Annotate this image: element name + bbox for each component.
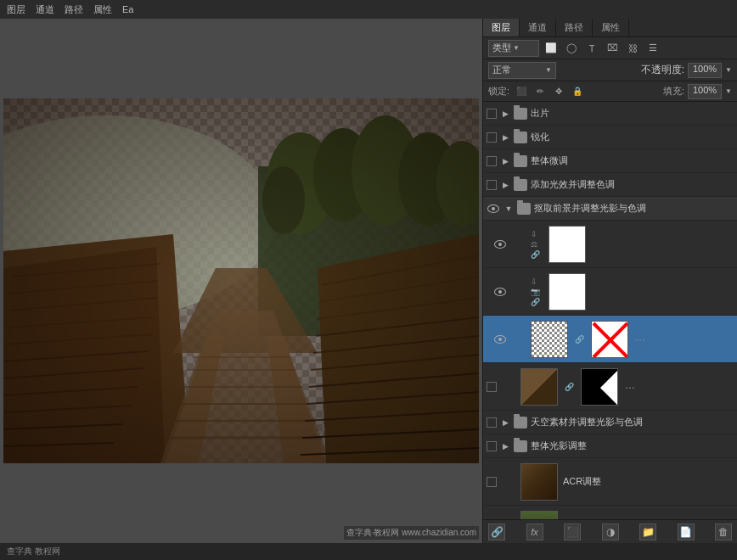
layer-vis-sub2[interactable]	[493, 285, 507, 299]
layer-name-ruihua: 锐化	[531, 131, 734, 143]
layer-item-zhengtiguangying[interactable]: ▶ 整体光影调整	[483, 434, 737, 458]
menu-tool-icon[interactable]: ☰	[644, 40, 661, 57]
chain-icon-sub4: 🔗	[565, 383, 574, 391]
layer-item-challenge[interactable]: Challenge 104	[483, 506, 737, 519]
layer-item-sub2[interactable]: ⇩ 📷 🔗	[483, 268, 737, 316]
layer-fx-button[interactable]: fx	[526, 524, 543, 540]
layer-vis-checkbox-chupin[interactable]	[487, 109, 497, 119]
layer-thumb-img-sub4	[520, 368, 558, 406]
layer-vis-checkbox-tianjia[interactable]	[487, 180, 497, 190]
layer-list: ▶ 出片 ▶ 锐化 ▶ 整体微调 ▶	[483, 102, 737, 519]
layer-name-tiankongsucai: 天空素材并调整光影与色调	[531, 416, 734, 428]
tab-path[interactable]: 路径	[556, 19, 593, 36]
layer-expand-zhengtiweidiao[interactable]: ▶	[500, 156, 510, 166]
more-icon-sub4[interactable]: ···	[625, 380, 635, 394]
layer-vis-checkbox-tiankongsucai[interactable]	[487, 417, 497, 428]
layer-thumb-mask-sub4	[581, 368, 618, 406]
layer-expand-ruihua[interactable]: ▶	[500, 132, 510, 143]
layer-vis-checkbox-zhengtiguangying[interactable]	[487, 441, 497, 451]
layer-vis-checkbox-zhengtiweidiao[interactable]	[487, 156, 497, 166]
tab-channel[interactable]: 通道	[520, 19, 556, 36]
layer-item-sub4[interactable]: 🔗 ···	[483, 363, 737, 411]
sub2-chain-icon: 🔗	[531, 298, 540, 306]
layer-thumb-mask-sub3	[591, 321, 628, 358]
layer-name-tianjia: 添加光效并调整色调	[531, 178, 734, 191]
opacity-label: 不透明度:	[641, 63, 684, 77]
menu-item-path[interactable]: 路径	[65, 3, 83, 16]
layer-folder-button[interactable]: 📁	[639, 524, 656, 540]
lock-pos-icon[interactable]: ✏	[533, 85, 547, 98]
layer-item-zhengtiweidiao[interactable]: ▶ 整体微调	[483, 149, 737, 173]
menu-item-attr[interactable]: 属性	[93, 3, 112, 16]
fill-input[interactable]: 100%	[688, 84, 722, 99]
layer-name-zhengtiguangying: 整体光影调整	[531, 440, 734, 452]
layer-thumb-sub2	[549, 273, 586, 311]
sub1-link-icon: ⇩	[531, 230, 540, 238]
layer-vis-checkbox-ruihua[interactable]	[487, 132, 497, 143]
new-layer-icon[interactable]: ⬜	[543, 40, 560, 57]
layer-vis-checkbox-sub4[interactable]	[487, 382, 497, 392]
folder-icon-ruihua	[514, 132, 527, 143]
layer-item-ruihua[interactable]: ▶ 锐化	[483, 126, 737, 149]
layer-name-chupin: 出片	[531, 107, 734, 120]
menu-item-ea[interactable]: Ea	[122, 4, 133, 14]
menu-item-layer[interactable]: 图层	[7, 3, 25, 16]
type-select[interactable]: 类型 ▼	[488, 40, 539, 57]
fill-arrow: ▼	[725, 87, 732, 95]
type-select-label: 类型	[492, 42, 511, 54]
watermark: 查字典·教程网 www.chazidian.com	[344, 526, 479, 540]
layer-thumb-acr	[520, 463, 558, 501]
lock-label: 锁定:	[488, 85, 509, 98]
layer-toolbar: 类型 ▼ ⬜ ◯ T ⌧ ⛓ ☰	[483, 37, 737, 59]
blend-mode-select[interactable]: 正常 ▼	[488, 62, 556, 79]
link-tool-icon[interactable]: ⛓	[624, 40, 641, 57]
layer-expand-tiankongsucai[interactable]: ▶	[500, 417, 510, 428]
layer-new-button[interactable]: 📄	[678, 524, 695, 540]
layer-vis-sub3[interactable]	[493, 333, 507, 346]
text-tool-icon[interactable]: T	[583, 40, 600, 57]
layer-item-sub3[interactable]: 🔗 ···	[483, 316, 737, 363]
folder-icon-tiankongsucai	[514, 417, 527, 428]
opacity-arrow: ▼	[725, 66, 732, 74]
lock-all-icon[interactable]: 🔒	[571, 85, 584, 98]
layer-adjustment-button[interactable]: ◑	[602, 524, 619, 540]
blend-mode-arrow: ▼	[545, 66, 552, 74]
layer-item-tiqu[interactable]: ▼ 抠取前景并调整光影与色调	[483, 197, 737, 221]
sub1-balance-icon: ⚖	[531, 240, 540, 249]
layer-expand-chupin[interactable]: ▶	[500, 109, 510, 119]
layer-item-acr[interactable]: ACR调整	[483, 458, 737, 506]
canvas-area: 查字典·教程网 www.chazidian.com	[0, 19, 482, 543]
layer-item-tianjia[interactable]: ▶ 添加光效并调整色调	[483, 173, 737, 197]
lock-art-icon[interactable]: ✥	[552, 85, 565, 98]
layer-vis-sub1[interactable]	[493, 238, 507, 251]
folder-icon-zhengtiweidiao	[514, 155, 527, 167]
layer-trash-button[interactable]: 🗑	[715, 524, 732, 540]
tab-layer[interactable]: 图层	[483, 19, 520, 36]
opacity-input[interactable]: 100%	[688, 63, 722, 78]
layer-item-tiankongsucai[interactable]: ▶ 天空素材并调整光影与色调	[483, 411, 737, 434]
lock-pixel-icon[interactable]: ⬛	[515, 85, 528, 98]
layer-vis-tiqu[interactable]	[487, 202, 500, 216]
canvas-svg	[3, 98, 479, 463]
sub2-link-icon: ⇩	[531, 277, 540, 286]
more-icon-sub3[interactable]: ···	[635, 333, 645, 346]
layer-expand-zhengtiguangying[interactable]: ▶	[500, 441, 510, 451]
menu-item-channel[interactable]: 通道	[36, 3, 54, 16]
circle-tool-icon[interactable]: ◯	[563, 40, 580, 57]
layer-expand-tianjia[interactable]: ▶	[500, 180, 510, 190]
layer-expand-tiqu[interactable]: ▼	[504, 204, 514, 214]
status-text: 查字典 教程网	[7, 546, 60, 557]
transform-tool-icon[interactable]: ⌧	[604, 40, 621, 57]
blend-row: 正常 ▼ 不透明度: 100% ▼	[483, 59, 737, 81]
main-area: 查字典·教程网 www.chazidian.com 图层 通道 路径 属性 类型…	[0, 19, 737, 543]
tab-attr[interactable]: 属性	[593, 19, 629, 36]
right-panel: 图层 通道 路径 属性 类型 ▼ ⬜ ◯ T ⌧ ⛓ ☰ 正常 ▼ 不透明度:	[482, 19, 737, 543]
folder-icon-tianjia	[514, 179, 527, 191]
layer-vis-checkbox-acr[interactable]	[487, 477, 497, 487]
fill-label: 填充:	[663, 85, 684, 98]
sub1-chain2-icon: 🔗	[531, 250, 540, 259]
layer-mask-button[interactable]: ⬛	[564, 524, 581, 540]
layer-item-sub1[interactable]: ⇩ ⚖ 🔗	[483, 221, 737, 268]
layer-link-button[interactable]: 🔗	[488, 524, 505, 540]
layer-item-chupin[interactable]: ▶ 出片	[483, 102, 737, 126]
